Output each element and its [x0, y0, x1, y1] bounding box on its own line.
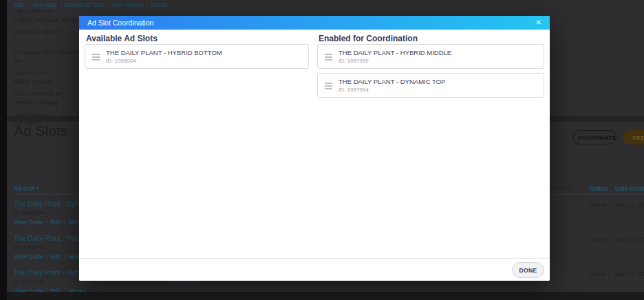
column-header-status[interactable]: Status	[590, 185, 608, 192]
available-ad-slots-heading: Available Ad Slots	[86, 34, 158, 43]
slot-name: THE DAILY PLANT - HYBRID BOTTOM	[106, 49, 222, 56]
detail-toolbar: Edit|View Tags|Download Tags|View Histor…	[14, 1, 168, 8]
separator: |	[27, 1, 28, 8]
enabled-slot-card[interactable]: THE DAILY PLANT - DYNAMIC TOP ID: 109799…	[317, 73, 544, 98]
separator: |	[147, 1, 148, 8]
status-cell: Active	[590, 202, 607, 208]
modal-title: Ad Slot Coordination	[87, 19, 153, 27]
drag-handle-icon[interactable]	[325, 54, 332, 62]
date-created-cell: Sep 13, 2024	[615, 236, 644, 243]
coordinate-button[interactable]: COORDINATE	[573, 130, 616, 144]
slot-id: ID: 1097999	[339, 58, 369, 64]
view-code-link[interactable]: View Code	[14, 253, 43, 260]
screen: Edit|View Tags|Download Tags|View Histor…	[0, 0, 644, 300]
sort-asc-icon: ▲	[36, 186, 40, 190]
view-code-link[interactable]: View Code	[14, 219, 43, 226]
modal-header: Ad Slot Coordination ✕	[79, 16, 550, 30]
modal-body: Available Ad Slots Enabled for Coordinat…	[79, 30, 550, 258]
column-header-ad-slot[interactable]: Ad Slot▲	[14, 185, 40, 192]
status-cell: Active	[590, 270, 607, 277]
status-cell: Active	[590, 236, 607, 243]
page-title: Ad Slots	[14, 122, 67, 139]
separator: |	[64, 253, 65, 260]
drag-handle-icon[interactable]	[325, 83, 332, 91]
close-icon[interactable]: ✕	[536, 19, 541, 26]
column-header-date-created[interactable]: Date Created	[615, 185, 644, 192]
field-label: IAB CATEGORY	[14, 9, 117, 14]
view-history-link[interactable]: View History	[111, 1, 144, 8]
create-ad-slot-button[interactable]: CREA	[623, 130, 644, 144]
slot-name: THE DAILY PLANT - HYBRID MIDDLE	[339, 49, 451, 56]
delete-link[interactable]: Delete	[151, 1, 168, 8]
drag-handle-icon[interactable]	[92, 54, 100, 62]
date-created-cell: Sep 13, 2024	[615, 270, 644, 277]
slot-name: THE DAILY PLANT - DYNAMIC TOP	[339, 78, 445, 85]
available-slot-card[interactable]: THE DAILY PLANT - HYBRID BOTTOM ID: 1098…	[85, 44, 309, 69]
modal-footer: DONE	[79, 258, 550, 281]
edit-link[interactable]: Edit	[14, 1, 24, 8]
slot-id: ID: 1098004	[106, 58, 136, 64]
separator: |	[107, 1, 109, 8]
date-created-cell: Sep 13, 2024	[615, 202, 644, 208]
edit-link[interactable]: Edit	[50, 253, 61, 260]
ad-slot-coordination-modal: Ad Slot Coordination ✕ Available Ad Slot…	[79, 16, 550, 281]
done-button[interactable]: DONE	[512, 262, 544, 278]
page-bottom-band	[7, 292, 644, 300]
separator: |	[46, 219, 47, 226]
left-rail	[0, 0, 7, 300]
view-tags-link[interactable]: View Tags	[31, 1, 57, 8]
edit-link[interactable]: Edit	[50, 219, 61, 226]
download-tags-link[interactable]: Download Tags	[65, 1, 105, 8]
enabled-slot-card[interactable]: THE DAILY PLANT - HYBRID MIDDLE ID: 1097…	[317, 44, 544, 69]
separator: |	[60, 1, 61, 8]
separator: |	[46, 253, 47, 260]
separator: |	[64, 219, 65, 226]
enabled-for-coordination-heading: Enabled for Coordination	[319, 34, 418, 43]
slot-id: ID: 1097994	[339, 87, 369, 93]
